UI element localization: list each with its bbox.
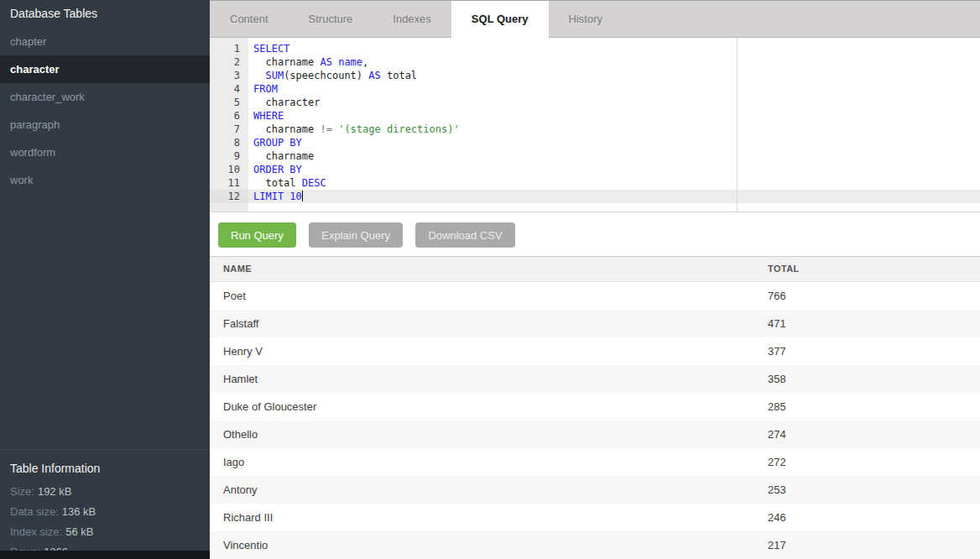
- results-rows: Poet766Falstaff471Henry V377Hamlet358Duk…: [210, 282, 980, 559]
- table-info-row: Size:192 kB: [10, 482, 210, 502]
- code-text: SUM(speechcount) AS total: [248, 69, 417, 82]
- code-line[interactable]: 10ORDER BY: [210, 163, 980, 176]
- code-line[interactable]: 3 SUM(speechcount) AS total: [210, 69, 980, 82]
- tab-structure[interactable]: Structure: [289, 1, 373, 38]
- table-info-value: 192 kB: [38, 485, 71, 498]
- cell-name: Vincentio: [210, 531, 768, 559]
- line-number: 1: [210, 42, 248, 55]
- text-cursor: [302, 191, 303, 201]
- cell-total: 272: [768, 448, 980, 476]
- line-number: 3: [210, 69, 248, 82]
- table-row[interactable]: Henry V377: [210, 337, 980, 365]
- download-csv-button[interactable]: Download CSV: [415, 222, 514, 248]
- cell-total: 377: [768, 337, 980, 365]
- code-text: GROUP BY: [248, 136, 302, 149]
- sidebar: Database Tables chaptercharactercharacte…: [0, 0, 210, 559]
- sql-editor[interactable]: 1SELECT2 charname AS name,3 SUM(speechco…: [210, 38, 980, 212]
- code-text: character: [248, 96, 320, 109]
- code-text: LIMIT 10: [248, 190, 303, 203]
- tab-indexes[interactable]: Indexes: [373, 1, 451, 38]
- sidebar-bottom-strip: [0, 551, 210, 559]
- run-query-button[interactable]: Run Query: [218, 222, 296, 248]
- code-line[interactable]: 6WHERE: [210, 109, 980, 123]
- query-toolbar: Run Query Explain Query Download CSV: [210, 212, 980, 256]
- table-row[interactable]: Hamlet358: [210, 365, 980, 393]
- table-info-value: 136 kB: [62, 505, 96, 518]
- tab-sql-query[interactable]: SQL Query: [451, 1, 549, 38]
- code-line[interactable]: 11 total DESC: [210, 176, 980, 190]
- table-row[interactable]: Richard III246: [210, 504, 980, 531]
- app-window: Database Tables chaptercharactercharacte…: [0, 0, 980, 559]
- cell-name: Henry V: [210, 337, 768, 365]
- tab-content[interactable]: Content: [210, 1, 289, 38]
- table-info-label: Size:: [10, 485, 34, 498]
- code-text: total DESC: [248, 176, 326, 190]
- main-panel: ContentStructureIndexesSQL QueryHistory …: [210, 0, 980, 559]
- code-line[interactable]: 7 charname != '(stage directions)': [210, 123, 980, 136]
- table-row[interactable]: Falstaff471: [210, 310, 980, 337]
- table-information-panel: Table Information Size:192 kBData size:1…: [0, 449, 210, 551]
- code-text: FROM: [248, 82, 278, 96]
- sidebar-item-work[interactable]: work: [0, 166, 210, 194]
- cell-name: Falstaff: [210, 310, 768, 337]
- cell-name: Othello: [210, 421, 768, 448]
- table-info-row: Data size:136 kB: [10, 502, 210, 522]
- tab-bar: ContentStructureIndexesSQL QueryHistory: [210, 0, 980, 38]
- code-line[interactable]: 12LIMIT 10: [210, 190, 980, 203]
- cell-total: 217: [768, 531, 980, 559]
- table-row[interactable]: Duke of Gloucester285: [210, 393, 980, 421]
- cell-total: 471: [768, 310, 980, 337]
- code-text: charname: [248, 149, 314, 163]
- line-number: 6: [210, 109, 248, 123]
- explain-query-button[interactable]: Explain Query: [309, 222, 403, 248]
- tab-history[interactable]: History: [549, 1, 623, 38]
- cell-total: 274: [768, 421, 980, 448]
- cell-name: Hamlet: [210, 365, 768, 393]
- code-line[interactable]: 1SELECT: [210, 42, 980, 55]
- line-number: 4: [210, 82, 248, 96]
- results-header-row: NAME TOTAL: [210, 256, 980, 282]
- line-number: 10: [210, 163, 248, 176]
- code-line[interactable]: 2 charname AS name,: [210, 55, 980, 69]
- code-line[interactable]: 9 charname: [210, 149, 980, 163]
- line-number: 2: [210, 55, 248, 69]
- column-header-name[interactable]: NAME: [210, 257, 768, 281]
- table-row[interactable]: Poet766: [210, 282, 980, 310]
- table-info-row: Index size:56 kB: [10, 522, 210, 542]
- cell-name: Iago: [210, 448, 768, 476]
- cell-name: Duke of Gloucester: [210, 393, 768, 421]
- table-info-label: Data size:: [10, 505, 59, 518]
- table-information-fields: Size:192 kBData size:136 kBIndex size:56…: [10, 482, 210, 559]
- sidebar-item-paragraph[interactable]: paragraph: [0, 111, 210, 138]
- line-number: 11: [210, 176, 248, 190]
- editor-ruler-line: [737, 38, 738, 212]
- table-row[interactable]: Vincentio217: [210, 531, 980, 559]
- line-number: 12: [210, 190, 248, 203]
- line-number: 5: [210, 96, 248, 109]
- sidebar-item-character[interactable]: character: [0, 55, 210, 83]
- table-information-title: Table Information: [10, 457, 210, 480]
- table-row[interactable]: Iago272: [210, 448, 980, 476]
- sidebar-item-wordform[interactable]: wordform: [0, 138, 210, 166]
- line-number: 9: [210, 149, 248, 163]
- code-text: ORDER BY: [248, 163, 302, 176]
- sidebar-item-chapter[interactable]: chapter: [0, 28, 210, 55]
- code-text: SELECT: [248, 42, 289, 55]
- table-row[interactable]: Othello274: [210, 421, 980, 448]
- column-header-total[interactable]: TOTAL: [768, 257, 980, 281]
- table-info-value: 56 kB: [65, 525, 93, 538]
- sidebar-item-character-work[interactable]: character_work: [0, 83, 210, 111]
- table-list: chaptercharactercharacter_workparagraphw…: [0, 28, 210, 194]
- code-text: WHERE: [248, 109, 284, 123]
- code-line[interactable]: 5 character: [210, 96, 980, 109]
- table-info-label: Index size:: [10, 525, 62, 538]
- cell-name: Poet: [210, 282, 768, 310]
- cell-total: 766: [768, 282, 980, 310]
- code-line[interactable]: 8GROUP BY: [210, 136, 980, 149]
- code-line[interactable]: 4FROM: [210, 82, 980, 96]
- cell-total: 253: [768, 476, 980, 504]
- table-row[interactable]: Antony253: [210, 476, 980, 504]
- cell-name: Antony: [210, 476, 768, 504]
- results-table: NAME TOTAL Poet766Falstaff471Henry V377H…: [210, 256, 980, 559]
- line-number: 7: [210, 123, 248, 136]
